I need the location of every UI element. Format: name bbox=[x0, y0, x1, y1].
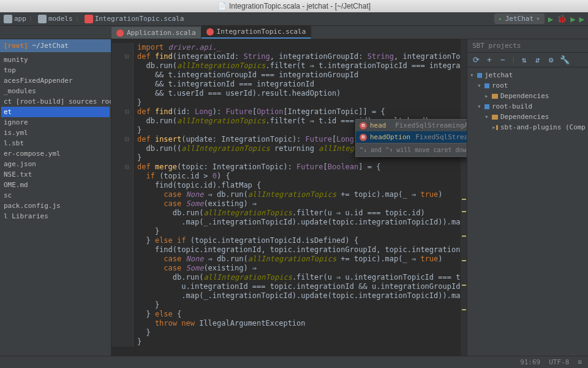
project-tree-item[interactable]: _modules bbox=[1, 86, 110, 96]
editor-tab[interactable]: IntegrationTopic.scala bbox=[202, 26, 312, 39]
gutter[interactable] bbox=[111, 291, 134, 301]
code-line[interactable]: } bbox=[134, 337, 467, 347]
code-line[interactable]: && t.integrationGroupId === integrationG… bbox=[134, 71, 467, 80]
settings-button[interactable]: ⚙ bbox=[546, 55, 556, 65]
gutter[interactable] bbox=[111, 172, 134, 181]
sbt-tool-window[interactable]: SBT projects ⟳ + − | ⇅ ⇵ ⚙ 🔧 ▾jetchat▾ro… bbox=[467, 39, 588, 356]
gutter[interactable] bbox=[111, 126, 134, 135]
code-line[interactable]: case Some(existing) ⇒ bbox=[134, 199, 467, 209]
code-line[interactable]: db.run(allIntegrationTopics.filter(u ⇒ u… bbox=[134, 209, 467, 218]
gutter[interactable] bbox=[111, 43, 134, 52]
collapse-button[interactable]: ⇵ bbox=[533, 55, 543, 65]
project-tree-item[interactable]: l Libraries bbox=[1, 211, 110, 221]
code-line[interactable]: case None ⇒ db.run(allIntegrationTopics … bbox=[134, 255, 467, 264]
project-root[interactable]: [root] ~/JetChat bbox=[0, 39, 111, 52]
tree-twistie[interactable]: ▾ bbox=[484, 113, 492, 121]
autocomplete-item[interactable]: mheadFixedSqlStreamingAction.this.Result… bbox=[356, 120, 467, 131]
gutter[interactable] bbox=[111, 181, 134, 190]
tree-twistie[interactable]: ▸ bbox=[492, 123, 496, 131]
code-line[interactable]: } bbox=[134, 227, 467, 236]
run-button[interactable]: ▶ bbox=[548, 14, 553, 24]
code-line[interactable]: && t.integrationId === integrationId bbox=[134, 80, 467, 89]
gutter[interactable]: ⊟ bbox=[111, 52, 134, 61]
gutter[interactable] bbox=[111, 328, 134, 337]
gutter[interactable] bbox=[111, 153, 134, 163]
gutter[interactable] bbox=[111, 71, 134, 80]
gutter[interactable] bbox=[111, 218, 134, 227]
gutter[interactable] bbox=[111, 190, 134, 199]
project-tree-item[interactable]: ignore bbox=[1, 117, 110, 128]
sbt-tree-item[interactable]: ▾jetchat bbox=[469, 70, 587, 80]
fold-marker[interactable]: ⊟ bbox=[125, 135, 129, 144]
refresh-button[interactable]: ⟳ bbox=[471, 55, 481, 65]
sbt-tree-item[interactable]: ▾Dependencies bbox=[469, 112, 587, 122]
project-tree-item[interactable]: l.sbt bbox=[1, 138, 110, 148]
tree-twistie[interactable]: ▾ bbox=[477, 82, 484, 90]
project-tree-item[interactable]: age.json bbox=[1, 159, 110, 169]
gutter[interactable] bbox=[111, 245, 134, 255]
code-line[interactable]: db.run(allIntegrationTopics.filter(t ⇒ t… bbox=[134, 61, 467, 71]
editor-tab[interactable]: Application.scala bbox=[111, 27, 202, 39]
gutter[interactable] bbox=[111, 209, 134, 218]
fold-marker[interactable]: ⊟ bbox=[125, 163, 129, 171]
gutter[interactable] bbox=[111, 337, 134, 347]
run-coverage-button[interactable]: ▶ bbox=[570, 14, 575, 24]
run-config-selector[interactable]: ▸ JetChat ▾ bbox=[494, 13, 545, 24]
sbt-tree-item[interactable]: ▸Dependencies bbox=[469, 91, 587, 101]
wrench-button[interactable]: 🔧 bbox=[560, 55, 570, 65]
gutter[interactable] bbox=[111, 227, 134, 236]
code-line[interactable]: case Some(existing) ⇒ bbox=[134, 264, 467, 273]
fold-marker[interactable]: ⊟ bbox=[125, 52, 129, 61]
code-line[interactable]: import driver.api._ bbox=[134, 43, 467, 52]
breadcrumb-models[interactable]: models bbox=[38, 15, 73, 23]
project-tree-item[interactable]: et bbox=[1, 107, 110, 117]
code-line[interactable]: find(topic.integrationId, topic.integrat… bbox=[134, 245, 467, 255]
add-button[interactable]: + bbox=[484, 55, 494, 65]
project-tree-item[interactable]: is.yml bbox=[1, 128, 110, 138]
project-tree-item[interactable]: NSE.txt bbox=[1, 169, 110, 180]
gutter[interactable] bbox=[111, 236, 134, 245]
code-line[interactable]: .map(_.integrationTopicId).update(topic.… bbox=[134, 218, 467, 227]
gutter[interactable] bbox=[111, 199, 134, 209]
project-tree-item[interactable]: top bbox=[1, 65, 110, 75]
gutter[interactable]: ⊟ bbox=[111, 163, 134, 172]
project-tree-item[interactable]: pack.config.js bbox=[1, 201, 110, 211]
project-tree-item[interactable]: OME.md bbox=[1, 180, 110, 190]
code-line[interactable]: case None ⇒ db.run(allIntegrationTopics … bbox=[134, 190, 467, 199]
code-line[interactable]: find(topic.id).flatMap { bbox=[134, 181, 467, 190]
gutter[interactable]: ⊟ bbox=[111, 107, 134, 117]
gutter[interactable] bbox=[111, 310, 134, 319]
code-line[interactable]: if (topic.id > 0) { bbox=[134, 172, 467, 181]
indent-indicator[interactable]: ≡ bbox=[578, 358, 582, 366]
project-tree-item[interactable]: sc bbox=[1, 190, 110, 201]
code-editor[interactable]: import driver.api._⊟def find(integration… bbox=[111, 39, 467, 356]
debug-button[interactable]: 🐞 bbox=[557, 14, 567, 23]
code-line[interactable]: u.integrationId === topic.integrationId … bbox=[134, 282, 467, 291]
fold-marker[interactable]: ⊟ bbox=[125, 107, 129, 116]
gutter[interactable] bbox=[111, 80, 134, 89]
code-line[interactable]: .map(_.integrationTopicId).update(topic.… bbox=[134, 291, 467, 301]
autocomplete-popup[interactable]: mheadFixedSqlStreamingAction.this.Result… bbox=[355, 119, 467, 157]
gutter[interactable] bbox=[111, 61, 134, 71]
code-line[interactable]: && t.userId === userId).result.headOptio… bbox=[134, 89, 467, 98]
run-profile-button[interactable]: ▶ bbox=[579, 14, 584, 24]
code-line[interactable]: def find(integrationId: String, integrat… bbox=[134, 52, 467, 61]
gutter[interactable] bbox=[111, 282, 134, 291]
code-line[interactable]: def merge(topic: IntegrationTopic): Futu… bbox=[134, 163, 467, 172]
tree-twistie[interactable]: ▾ bbox=[477, 102, 484, 110]
gutter[interactable] bbox=[111, 255, 134, 264]
tree-twistie[interactable]: ▾ bbox=[470, 71, 477, 79]
sbt-tree-item[interactable]: ▾root-build bbox=[469, 101, 587, 112]
code-line[interactable]: } bbox=[134, 301, 467, 310]
breadcrumb-app[interactable]: app bbox=[4, 15, 26, 23]
gutter[interactable] bbox=[111, 144, 134, 153]
gutter[interactable]: ⊟ bbox=[111, 135, 134, 144]
gutter[interactable] bbox=[111, 319, 134, 328]
code-line[interactable]: } else if (topic.integrationTopicId.isDe… bbox=[134, 236, 467, 245]
expand-button[interactable]: ⇅ bbox=[519, 55, 529, 65]
project-tree-item[interactable]: acesFixedAppender bbox=[1, 75, 110, 86]
project-tree-item[interactable]: munity bbox=[1, 55, 110, 65]
sbt-tree-item[interactable]: ▸sbt-and-plugins (Comp bbox=[469, 122, 587, 132]
breadcrumb-file[interactable]: IntegrationTopic.scala bbox=[85, 15, 184, 23]
code-line[interactable]: } bbox=[134, 328, 467, 337]
